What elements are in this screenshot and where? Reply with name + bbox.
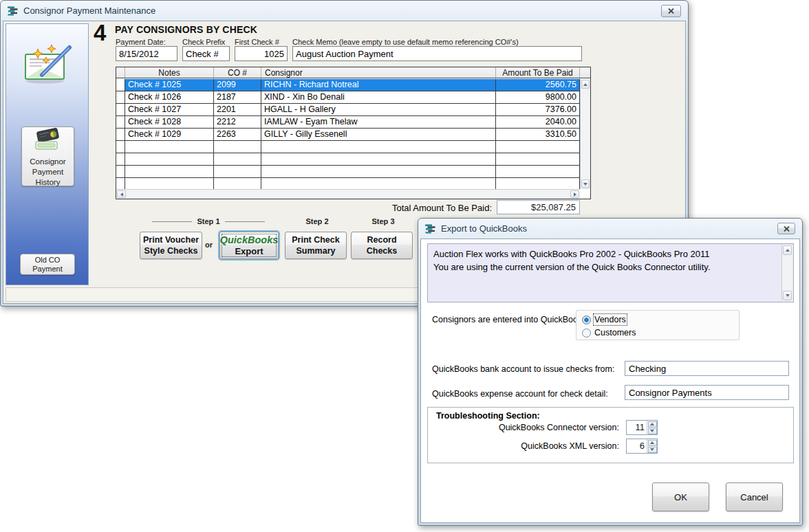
xml-version-spinner[interactable]: 6 [626,439,658,454]
scroll-down-button[interactable] [581,179,590,188]
cell-amount [496,166,580,177]
table-row-empty[interactable] [116,141,580,153]
check-memo-input[interactable] [292,46,582,61]
first-check-input[interactable] [235,46,288,61]
voucher-button-line2: Style Checks [144,245,198,256]
column-header-consignor[interactable]: Consignor [261,67,496,78]
cancel-button-label: Cancel [740,492,768,502]
arrow-up-icon [650,423,654,425]
dialog-close-button[interactable] [777,223,795,234]
table-row-empty[interactable] [116,178,580,189]
table-row[interactable]: Check # 10282212IAMLAW - Eyam Thelaw2040… [116,116,580,129]
or-label: or [205,241,213,249]
arrow-down-icon [786,294,790,297]
scroll-right-button[interactable] [570,190,579,198]
radio-unselected-icon[interactable] [582,329,591,337]
table-row[interactable]: Check # 10262187XIND - Xin Bo Denali9800… [116,91,580,104]
row-indicator [116,153,125,165]
expense-account-input[interactable] [625,385,789,400]
cell-amount [496,178,580,189]
page-title: PAY CONSIGNORS BY CHECK [115,24,257,35]
info-scrollbar[interactable] [781,245,792,301]
spinner-down-button[interactable] [648,447,657,453]
summary-button-line2: Summary [296,245,336,256]
main-close-button[interactable] [661,5,681,17]
table-row[interactable]: Check # 10272201HGALL - H Gallery7376.00 [116,104,580,116]
quickbooks-export-button[interactable]: QuickBooks Export [219,232,279,259]
column-header-notes[interactable]: Notes [125,67,214,78]
payment-date-input[interactable] [116,46,177,61]
row-indicator [116,79,125,91]
app-icon [424,223,436,234]
check-memo-label: Check Memo (leave empty to use default m… [292,38,519,46]
cell-co: 2201 [214,104,261,115]
scroll-up-button[interactable] [581,80,590,89]
spinner-up-button[interactable] [648,440,657,446]
record-checks-button[interactable]: Record Checks [351,232,413,259]
first-check-label: First Check # [235,38,279,46]
xml-version-value: 6 [627,439,647,453]
row-indicator [116,116,125,128]
spinner-up-button[interactable] [648,421,657,428]
check-prefix-input[interactable] [182,46,230,61]
ok-button[interactable]: OK [652,483,709,511]
column-header-amount[interactable]: Amount To Be Paid [496,67,580,78]
cell-notes [125,153,214,165]
table-row[interactable]: Check # 10292263GILLY - Gilly Essenell33… [116,129,580,141]
main-titlebar[interactable]: Consignor Payment Maintenance [1,1,688,21]
row-indicator [116,141,125,153]
column-header-indicator [116,67,125,78]
summary-button-line1: Print Check [292,234,339,245]
dialog-titlebar[interactable]: Export to QuickBooks [418,219,802,239]
main-window-title: Consignor Payment Maintenance [23,5,155,16]
cell-amount: 2560.75 [496,79,580,91]
step2-label: Step 2 [290,217,345,225]
cell-co: 2212 [214,116,261,128]
cell-co [214,153,261,165]
cell-notes: Check # 1027 [125,104,214,115]
arrow-down-icon [583,183,587,186]
cell-notes: Check # 1029 [125,129,214,140]
table-row[interactable]: Check # 10252099RICHN - Richard Notreal2… [116,79,580,91]
expense-account-label: QuickBooks expense account for check det… [432,389,608,399]
row-indicator [116,178,125,189]
table-row-empty[interactable] [116,153,580,166]
radio-selected-icon[interactable] [582,315,591,324]
customers-radio-option[interactable]: Customers [582,328,636,337]
close-icon [668,8,674,14]
bank-account-input[interactable] [625,361,789,376]
spinner-down-button[interactable] [648,428,657,434]
customers-radio-label: Customers [594,328,636,337]
vendors-radio-option[interactable]: Vendors [582,315,626,324]
print-check-summary-button[interactable]: Print Check Summary [285,232,347,259]
total-amount-label: Total Amount To Be Paid: [327,203,492,213]
cell-amount: 9800.00 [496,91,580,103]
cell-consignor: XIND - Xin Bo Denali [261,91,496,103]
scroll-down-button[interactable] [783,291,792,300]
cell-notes: Check # 1026 [125,91,214,103]
table-vertical-scrollbar[interactable] [580,79,590,189]
cell-amount [496,141,580,153]
app-icon [7,5,19,16]
table-horizontal-scrollbar[interactable] [116,189,580,199]
row-indicator [116,166,125,177]
table-row-empty[interactable] [116,166,580,178]
connector-version-spinner[interactable]: 11 [626,420,658,435]
cell-amount [496,153,580,165]
cell-amount: 7376.00 [496,104,580,115]
scroll-up-button[interactable] [783,245,792,255]
column-header-co[interactable]: CO # [214,67,261,78]
cell-co: 2099 [214,79,261,91]
cell-consignor [261,141,496,153]
scroll-left-button[interactable] [117,190,126,198]
step-number: 4 [94,20,106,46]
ok-button-label: OK [674,492,687,502]
old-co-payment-button[interactable]: Old CO Payment [20,254,75,275]
arrow-right-icon [574,192,576,197]
consignor-payment-history-button[interactable]: Consignor Payment History [21,126,74,186]
info-line-2: You are using the current version of the… [433,261,778,274]
print-voucher-style-checks-button[interactable]: Print Voucher Style Checks [140,232,202,259]
quickbooks-button-line2: Export [235,246,263,256]
cancel-button[interactable]: Cancel [726,483,783,511]
troubleshooting-title: Troubleshooting Section: [436,411,540,421]
